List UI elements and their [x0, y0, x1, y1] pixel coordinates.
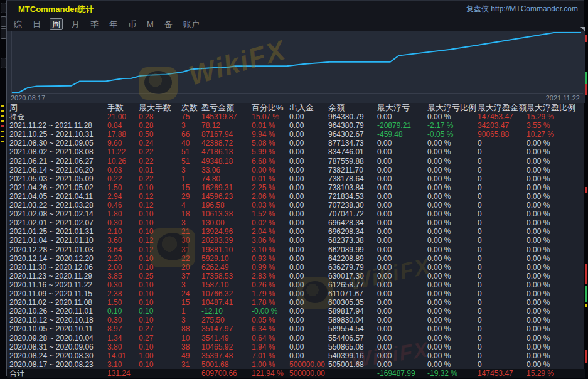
candle-fragment [1, 136, 4, 137]
cell-fp: 0 [478, 218, 482, 228]
menu-item-7[interactable]: 币 [126, 19, 138, 29]
menu-item-4[interactable]: 月 [70, 19, 82, 29]
candle-fragment [585, 264, 587, 284]
cell-balance: 964302.67 [328, 130, 364, 139]
table-row[interactable]: 2021.04.26 ~ 2021.05.021.500.101516269.3… [7, 183, 585, 193]
cell-max_lots: 1.00 [139, 351, 153, 361]
cell-count: 24 [181, 289, 190, 299]
cell-lots: 0.46 [107, 201, 122, 210]
cell-lots: 21.00 [107, 112, 126, 122]
cell-pnl: 33.06 [201, 166, 220, 175]
table-row[interactable]: 2020.11.30 ~ 2020.12.062.000.10206262.49… [7, 263, 585, 272]
cell-fp: 0 [478, 280, 482, 290]
cell-fp: 0 [478, 360, 482, 370]
table-row[interactable]: 持仓21.000.2875145319.8715.07 %0.00964380.… [7, 112, 585, 122]
cell-balance: 642208.89 [328, 254, 364, 264]
cell-fp_pct: 0.00 % [527, 174, 550, 184]
cell-dd: 0.00 [377, 280, 392, 290]
cell-dd: -169487.99 [377, 369, 415, 378]
cell-lots: 8.97 [107, 324, 122, 334]
cell-pct: 1.00 % [252, 360, 275, 370]
table-row[interactable]: 2021.02.01 ~ 2021.02.070.300.103130.000.… [7, 218, 585, 228]
table-row[interactable]: 2021.02.08 ~ 2021.02.141.800.101810613.3… [7, 210, 585, 219]
table-row[interactable]: 2020.12.28 ~ 2021.01.033.640.123119881.1… [7, 245, 585, 255]
table-row[interactable]: 2021.04.05 ~ 2021.04.112.940.122914596.2… [7, 192, 585, 201]
cell-period: 2021.08.30 ~ 2021.09.05 [9, 139, 94, 148]
table-row[interactable]: 2020.10.26 ~ 2020.11.010.100.101-12.10-0… [7, 307, 585, 316]
stats-window: MTCommander统计 复盘侠 http://MTCommander.com… [6, 0, 584, 376]
cell-inout: 0.00 [289, 166, 304, 175]
menu-item-3[interactable]: 周 [50, 18, 63, 30]
cell-inout: 0.00 [289, 147, 304, 157]
cell-period: 2020.10.26 ~ 2020.11.01 [9, 307, 93, 316]
table-row[interactable]: 2020.10.12 ~ 2020.10.180.300.103275.500.… [7, 316, 585, 325]
cell-dd: 0.00 [377, 289, 392, 299]
cell-fp_pct: 0.00 % [527, 298, 550, 307]
cell-max_lots: 0.10 [139, 210, 153, 219]
cell-dd: 0.00 [377, 316, 392, 325]
table-row[interactable]: 2020.11.09 ~ 2020.11.152.380.102410766.3… [7, 289, 585, 299]
table-row[interactable]: 2021.10.25 ~ 2021.10.3117.880.506687167.… [7, 130, 585, 139]
table-row[interactable]: 2021.08.30 ~ 2021.09.059.600.244042388.7… [7, 139, 585, 148]
table-row[interactable]: 2021.08.02 ~ 2021.08.0811.220.225147186.… [7, 147, 585, 157]
table-row[interactable]: 2021.01.04 ~ 2021.01.103.600.123020283.3… [7, 236, 585, 245]
cell-period: 2020.11.16 ~ 2020.11.22 [9, 280, 92, 290]
menu-item-6[interactable]: 年 [107, 19, 119, 29]
table-row[interactable]: 2021.05.03 ~ 2021.05.090.220.22174.800.0… [7, 174, 585, 184]
cell-lots: 10.26 [107, 157, 126, 166]
cell-pnl: 47186.13 [201, 147, 233, 157]
cell-max_lots: 0.50 [139, 130, 153, 139]
table-row[interactable]: 2020.11.23 ~ 2020.11.293.850.253717358.5… [7, 272, 585, 281]
cell-pct: 7.01 % [252, 351, 275, 361]
table-row[interactable]: 2020.08.31 ~ 2020.09.063.800.103810465.9… [7, 343, 585, 352]
menu-item-5[interactable]: 季 [88, 19, 100, 29]
table-row[interactable]: 2021.01.25 ~ 2021.01.312.100.102113924.9… [7, 227, 585, 237]
cell-fp_pct: 0.00 % [527, 192, 550, 201]
menu-item-2[interactable]: 日 [31, 19, 43, 29]
table-row[interactable]: 2021.06.21 ~ 2021.06.2710.260.225149348.… [7, 157, 585, 166]
cell-dd_pct: 0.00 % [427, 324, 451, 334]
cell-dd: 0.00 [377, 227, 392, 237]
table-row[interactable]: 2020.09.28 ~ 2020.10.041.340.27103541.49… [7, 334, 585, 343]
table-row[interactable]: 2021.03.22 ~ 2021.03.280.460.124196.580.… [7, 201, 585, 210]
table-row[interactable]: 2020.12.14 ~ 2020.12.202.200.10225929.10… [7, 254, 585, 264]
table-row[interactable]: 2021.06.14 ~ 2021.06.200.030.01333.060.0… [7, 166, 585, 175]
equity-chart: 2020.08.17 2021.11.22 WikiFX [7, 31, 585, 103]
table-row[interactable]: 2021.11.22 ~ 2021.11.280.840.28378.120.0… [7, 121, 585, 131]
candle-fragment [1, 115, 4, 117]
cell-fp: 0 [478, 139, 482, 148]
cell-balance: 554406.57 [328, 334, 364, 343]
cell-inout: 0.00 [289, 280, 304, 290]
cell-fp_pct: 0.00 % [527, 227, 550, 237]
cell-period: 2021.03.22 ~ 2021.03.28 [9, 201, 94, 210]
cell-dd: 0.00 [377, 334, 392, 343]
cell-fp: 0 [478, 334, 482, 343]
brand-link[interactable]: 复盘侠 http://MTCommander.com [466, 4, 578, 14]
candle-fragment [585, 72, 587, 84]
cell-fp_pct: 0.00 % [527, 343, 550, 352]
table-row[interactable]: 2020.11.16 ~ 2020.11.220.300.1031587.100… [7, 280, 585, 290]
cell-pnl: 14596.23 [201, 192, 233, 201]
table-row[interactable]: 2020.08.24 ~ 2020.08.3014.011.004935397.… [7, 351, 585, 361]
cell-max_lots: 0.24 [139, 139, 153, 148]
cell-max_lots: 0.10 [139, 183, 153, 193]
menu-item-1[interactable]: 综 [12, 19, 24, 29]
cell-fp_pct: 0.00 % [527, 351, 550, 361]
cell-count: 29 [181, 192, 190, 201]
cell-period: 2021.06.21 ~ 2021.06.27 [9, 157, 94, 166]
cell-pnl: 42388.72 [201, 139, 233, 148]
table-row[interactable]: 2020.08.17 ~ 2020.08.233.100.10315001.68… [7, 360, 585, 370]
table-row[interactable]: 2020.10.05 ~ 2020.10.118.970.278835147.9… [7, 324, 585, 334]
cell-dd_pct: -2.17 % [427, 121, 453, 131]
cell-pnl: 609700.66 [201, 369, 237, 378]
cell-lots: 3.64 [107, 245, 122, 255]
column-header-dd: 最大浮亏 [377, 103, 410, 112]
window-title: MTCommander统计 [18, 4, 94, 15]
menu-item-10[interactable]: 账户 [181, 19, 201, 29]
table-total-row[interactable]: 合计131.24609700.66121.94 %500000.00-16948… [7, 369, 585, 378]
cell-period: 2020.11.23 ~ 2020.11.29 [9, 272, 92, 281]
cell-inout: 0.00 [289, 254, 304, 264]
table-row[interactable]: 2020.11.02 ~ 2020.11.081.500.101510487.4… [7, 298, 585, 307]
menu-item-8[interactable]: M [145, 19, 156, 29]
menu-item-9[interactable]: 备 [163, 19, 174, 29]
